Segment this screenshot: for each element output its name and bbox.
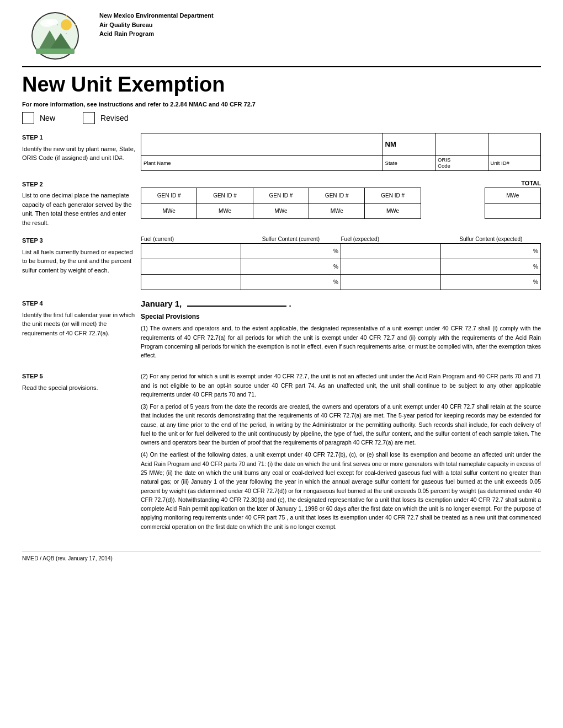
subtitle: For more information, see instructions a… (22, 101, 541, 108)
fuel-row-3: % % (141, 275, 541, 290)
date-input[interactable] (187, 306, 286, 307)
fuel-expected-header: Fuel (expected) (341, 236, 441, 242)
state-label: State (383, 156, 435, 171)
header-org-text: New Mexico Environmental Department Air … (88, 11, 214, 39)
sulfur-current-1[interactable]: % (241, 244, 341, 259)
mwe-1[interactable]: MWe (141, 203, 197, 218)
fuel-current-1[interactable] (141, 244, 241, 259)
step1-form: NM Plant Name State ORISCode Unit ID# (141, 133, 541, 171)
revised-checkbox[interactable] (83, 112, 95, 124)
gen-id-4[interactable]: GEN ID # (309, 188, 365, 203)
footer-text: NMED / AQB (rev. January 17, 2014) (22, 555, 113, 561)
step3-header-row: Fuel (current) Sulfur Content (current) … (141, 236, 541, 242)
nmed-logo-icon (30, 11, 80, 61)
mwe-4[interactable]: MWe (309, 203, 365, 218)
step3-section: STEP 3 List all fuels currently burned o… (22, 236, 541, 290)
fuel-expected-1[interactable] (341, 244, 441, 259)
date-period: . (289, 299, 291, 308)
mwe-2[interactable]: MWe (197, 203, 253, 218)
gen-id-3[interactable]: GEN ID # (253, 188, 309, 203)
header-section: New Mexico Environmental Department Air … (22, 11, 541, 67)
new-checkbox[interactable] (22, 112, 34, 124)
title-section: New Unit Exemption For more information,… (22, 73, 541, 124)
plant-name-cell[interactable] (141, 133, 383, 156)
fuel-current-header: Fuel (current) (141, 236, 241, 242)
main-title: New Unit Exemption (22, 73, 541, 97)
step5-description: Read the special provisions. (22, 383, 135, 393)
sulfur-expected-header: Sulfur Content (expected) (441, 236, 541, 242)
fuel-current-3[interactable] (141, 275, 241, 290)
state-value: NM (385, 140, 433, 148)
svg-rect-10 (36, 49, 75, 54)
agency-name: New Mexico Environmental Department (99, 11, 214, 20)
step4-section: STEP 4 Identify the first full calendar … (22, 299, 541, 363)
step3-form: Fuel (current) Sulfur Content (current) … (141, 236, 541, 290)
sulfur-current-header: Sulfur Content (current) (241, 236, 341, 242)
sulfur-current-3[interactable]: % (241, 275, 341, 290)
gen-id-2[interactable]: GEN ID # (197, 188, 253, 203)
step5-label: STEP 5 Read the special provisions. (22, 372, 135, 534)
step1-heading: STEP 1 (22, 134, 43, 141)
date-prefix: January 1, (141, 299, 182, 308)
program-name: Acid Rain Program (99, 29, 214, 39)
step2-heading: STEP 2 (22, 181, 43, 188)
fuel-current-2[interactable] (141, 259, 241, 275)
gen-id-5[interactable]: GEN ID # (365, 188, 421, 203)
step4-label: STEP 4 Identify the first full calendar … (22, 299, 135, 363)
fuel-table: % % % % % % (141, 243, 541, 290)
logo-area (22, 11, 88, 61)
step4-date-line: January 1, . (141, 299, 541, 308)
step3-label: STEP 3 List all fuels currently burned o… (22, 236, 135, 290)
special-provisions-p3: (3) For a period of 5 years from the dat… (141, 402, 541, 447)
step5-section: STEP 5 Read the special provisions. (2) … (22, 372, 541, 534)
step1-table: NM Plant Name State ORISCode Unit ID# (141, 133, 541, 171)
sulfur-expected-3[interactable]: % (441, 275, 541, 290)
revised-label: Revised (100, 114, 129, 122)
gen-total-unit[interactable]: MWe (485, 188, 540, 203)
unit-id-label: Unit ID# (488, 156, 540, 171)
fuel-row-1: % % (141, 244, 541, 259)
mwe-total[interactable] (485, 203, 540, 218)
bureau-name: Air Quality Bureau (99, 20, 214, 30)
state-cell: NM (383, 133, 435, 156)
plant-name-label: Plant Name (141, 156, 383, 171)
footer: NMED / AQB (rev. January 17, 2014) (22, 551, 541, 561)
fuel-row-2: % % (141, 259, 541, 275)
special-provisions-p2: (2) For any period for which a unit is e… (141, 372, 541, 399)
total-label: TOTAL (141, 180, 541, 186)
special-provisions-p4: (4) On the earliest of the following dat… (141, 450, 541, 531)
step4-description: Identify the first full calendar year in… (22, 311, 135, 338)
oris-cell[interactable] (435, 133, 488, 156)
step3-description: List all fuels currently burned or expec… (22, 248, 135, 275)
sulfur-current-2[interactable]: % (241, 259, 341, 275)
step1-section: STEP 1 Identify the new unit by plant na… (22, 133, 541, 171)
step1-description: Identify the new unit by plant name, Sta… (22, 144, 135, 163)
step1-label: STEP 1 Identify the new unit by plant na… (22, 133, 135, 171)
svg-point-3 (61, 19, 72, 30)
fuel-expected-2[interactable] (341, 259, 441, 275)
mwe-5[interactable]: MWe (365, 203, 421, 218)
step2-form: TOTAL GEN ID # GEN ID # GEN ID # GEN ID … (141, 180, 541, 228)
special-provisions-title: Special Provisions (141, 313, 541, 320)
step4-form: January 1, . Special Provisions (1) The … (141, 299, 541, 363)
svg-point-9 (47, 19, 58, 25)
gen-total-cell (421, 188, 485, 203)
step2-label: STEP 2 List to one decimal place the nam… (22, 180, 135, 228)
special-provisions-p1: (1) The owners and operators and, to the… (141, 324, 541, 360)
plant-name-input[interactable] (144, 141, 380, 148)
oris-label: ORISCode (435, 156, 488, 171)
sulfur-expected-1[interactable]: % (441, 244, 541, 259)
gen-id-1[interactable]: GEN ID # (141, 188, 197, 203)
new-label: New (40, 114, 55, 122)
step4-heading: STEP 4 (22, 300, 43, 307)
gen-table: GEN ID # GEN ID # GEN ID # GEN ID # GEN … (141, 188, 541, 219)
sulfur-expected-2[interactable]: % (441, 259, 541, 275)
fuel-expected-3[interactable] (341, 275, 441, 290)
unit-id-cell[interactable] (488, 133, 540, 156)
step5-heading: STEP 5 (22, 373, 43, 379)
step5-form: (2) For any period for which a unit is e… (141, 372, 541, 534)
step2-section: STEP 2 List to one decimal place the nam… (22, 180, 541, 228)
mwe-3[interactable]: MWe (253, 203, 309, 218)
checkbox-row: New Revised (22, 112, 541, 124)
step3-heading: STEP 3 (22, 237, 43, 244)
